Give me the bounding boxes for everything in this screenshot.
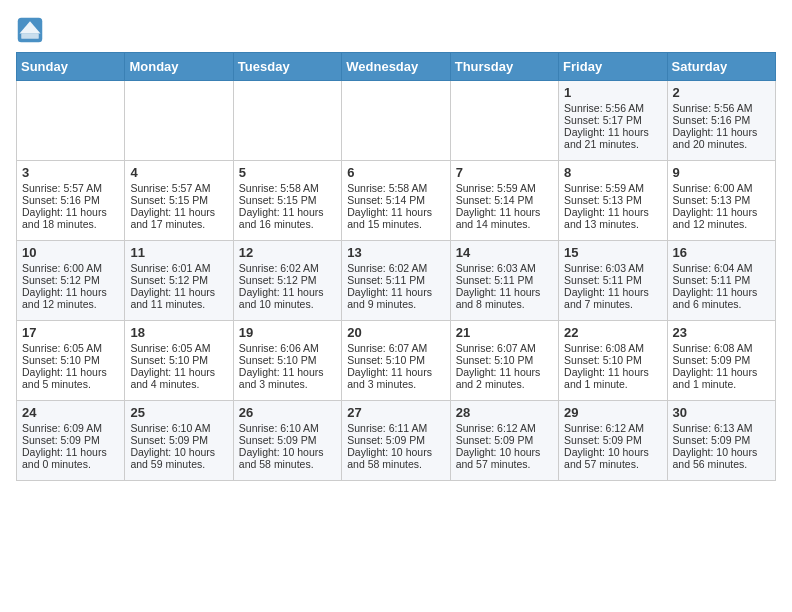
day-info: Daylight: 10 hours (673, 446, 770, 458)
day-number: 22 (564, 325, 661, 340)
calendar-cell: 2Sunrise: 5:56 AMSunset: 5:16 PMDaylight… (667, 81, 775, 161)
day-info: Sunrise: 6:13 AM (673, 422, 770, 434)
calendar-cell: 9Sunrise: 6:00 AMSunset: 5:13 PMDaylight… (667, 161, 775, 241)
calendar-cell: 16Sunrise: 6:04 AMSunset: 5:11 PMDayligh… (667, 241, 775, 321)
day-info: and 11 minutes. (130, 298, 227, 310)
day-info: Sunset: 5:17 PM (564, 114, 661, 126)
day-info: and 12 minutes. (673, 218, 770, 230)
calendar-cell: 1Sunrise: 5:56 AMSunset: 5:17 PMDaylight… (559, 81, 667, 161)
day-info: Sunrise: 6:10 AM (239, 422, 336, 434)
day-info: Daylight: 11 hours (130, 366, 227, 378)
calendar-cell: 5Sunrise: 5:58 AMSunset: 5:15 PMDaylight… (233, 161, 341, 241)
day-number: 23 (673, 325, 770, 340)
day-info: and 1 minute. (564, 378, 661, 390)
calendar-cell (125, 81, 233, 161)
day-info: Sunrise: 5:59 AM (564, 182, 661, 194)
day-number: 5 (239, 165, 336, 180)
day-info: Sunrise: 6:09 AM (22, 422, 119, 434)
calendar-body: 1Sunrise: 5:56 AMSunset: 5:17 PMDaylight… (17, 81, 776, 481)
day-number: 25 (130, 405, 227, 420)
calendar-cell: 12Sunrise: 6:02 AMSunset: 5:12 PMDayligh… (233, 241, 341, 321)
day-info: Sunset: 5:10 PM (239, 354, 336, 366)
calendar-cell: 7Sunrise: 5:59 AMSunset: 5:14 PMDaylight… (450, 161, 558, 241)
day-info: Sunset: 5:13 PM (564, 194, 661, 206)
calendar-cell: 3Sunrise: 5:57 AMSunset: 5:16 PMDaylight… (17, 161, 125, 241)
logo-icon (16, 16, 44, 44)
logo (16, 16, 48, 44)
day-info: Sunrise: 6:02 AM (347, 262, 444, 274)
day-info: and 13 minutes. (564, 218, 661, 230)
day-info: Sunrise: 5:58 AM (347, 182, 444, 194)
day-info: Sunrise: 5:56 AM (673, 102, 770, 114)
day-number: 15 (564, 245, 661, 260)
day-info: Sunrise: 5:59 AM (456, 182, 553, 194)
day-info: Sunrise: 5:58 AM (239, 182, 336, 194)
calendar-cell: 25Sunrise: 6:10 AMSunset: 5:09 PMDayligh… (125, 401, 233, 481)
day-number: 12 (239, 245, 336, 260)
calendar-cell: 28Sunrise: 6:12 AMSunset: 5:09 PMDayligh… (450, 401, 558, 481)
day-info: and 6 minutes. (673, 298, 770, 310)
calendar-cell: 23Sunrise: 6:08 AMSunset: 5:09 PMDayligh… (667, 321, 775, 401)
day-info: Daylight: 11 hours (239, 206, 336, 218)
day-info: Sunset: 5:09 PM (673, 434, 770, 446)
day-number: 4 (130, 165, 227, 180)
day-info: and 5 minutes. (22, 378, 119, 390)
day-info: and 0 minutes. (22, 458, 119, 470)
day-info: and 21 minutes. (564, 138, 661, 150)
calendar-cell: 10Sunrise: 6:00 AMSunset: 5:12 PMDayligh… (17, 241, 125, 321)
day-info: Daylight: 11 hours (347, 206, 444, 218)
day-info: Daylight: 11 hours (347, 366, 444, 378)
day-info: Sunrise: 6:08 AM (673, 342, 770, 354)
day-number: 7 (456, 165, 553, 180)
calendar-header: SundayMondayTuesdayWednesdayThursdayFrid… (17, 53, 776, 81)
day-info: Sunset: 5:11 PM (456, 274, 553, 286)
calendar-table: SundayMondayTuesdayWednesdayThursdayFrid… (16, 52, 776, 481)
calendar-cell (233, 81, 341, 161)
day-info: Sunrise: 6:05 AM (130, 342, 227, 354)
day-info: and 8 minutes. (456, 298, 553, 310)
calendar-cell (450, 81, 558, 161)
page-header (16, 16, 776, 44)
calendar-cell: 11Sunrise: 6:01 AMSunset: 5:12 PMDayligh… (125, 241, 233, 321)
day-info: Sunset: 5:15 PM (239, 194, 336, 206)
day-info: Sunset: 5:14 PM (347, 194, 444, 206)
day-info: Sunset: 5:14 PM (456, 194, 553, 206)
calendar-week-row: 3Sunrise: 5:57 AMSunset: 5:16 PMDaylight… (17, 161, 776, 241)
day-info: Daylight: 11 hours (456, 206, 553, 218)
day-info: Daylight: 11 hours (564, 286, 661, 298)
day-info: and 20 minutes. (673, 138, 770, 150)
day-info: Sunset: 5:10 PM (22, 354, 119, 366)
day-info: Sunset: 5:10 PM (347, 354, 444, 366)
day-info: and 10 minutes. (239, 298, 336, 310)
day-info: Sunset: 5:11 PM (673, 274, 770, 286)
day-info: Daylight: 11 hours (564, 366, 661, 378)
day-info: and 18 minutes. (22, 218, 119, 230)
day-info: Sunrise: 6:07 AM (347, 342, 444, 354)
day-info: Sunrise: 6:06 AM (239, 342, 336, 354)
day-number: 13 (347, 245, 444, 260)
day-info: Sunset: 5:09 PM (239, 434, 336, 446)
day-info: Sunrise: 5:57 AM (130, 182, 227, 194)
day-info: and 7 minutes. (564, 298, 661, 310)
day-info: and 57 minutes. (564, 458, 661, 470)
day-number: 21 (456, 325, 553, 340)
day-info: Daylight: 11 hours (22, 286, 119, 298)
day-info: Sunset: 5:11 PM (564, 274, 661, 286)
day-info: Sunrise: 6:04 AM (673, 262, 770, 274)
calendar-cell: 24Sunrise: 6:09 AMSunset: 5:09 PMDayligh… (17, 401, 125, 481)
day-info: Sunset: 5:09 PM (347, 434, 444, 446)
day-info: Sunset: 5:10 PM (456, 354, 553, 366)
day-info: Daylight: 11 hours (22, 446, 119, 458)
calendar-cell: 18Sunrise: 6:05 AMSunset: 5:10 PMDayligh… (125, 321, 233, 401)
day-info: Daylight: 11 hours (564, 206, 661, 218)
day-number: 6 (347, 165, 444, 180)
day-info: and 4 minutes. (130, 378, 227, 390)
day-info: Daylight: 11 hours (456, 286, 553, 298)
weekday-header: Tuesday (233, 53, 341, 81)
day-info: Sunset: 5:09 PM (130, 434, 227, 446)
day-info: Daylight: 11 hours (456, 366, 553, 378)
day-number: 11 (130, 245, 227, 260)
day-info: Sunset: 5:12 PM (130, 274, 227, 286)
weekday-header: Wednesday (342, 53, 450, 81)
day-info: Daylight: 11 hours (673, 286, 770, 298)
